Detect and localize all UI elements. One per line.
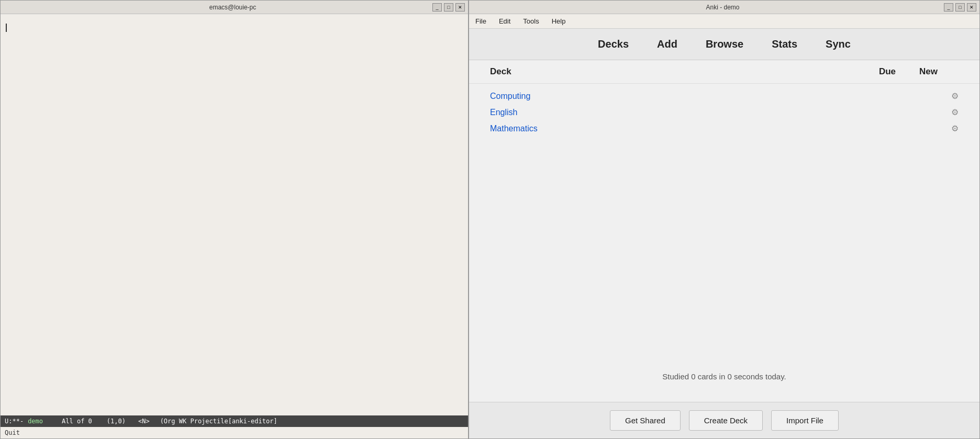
emacs-title: emacs@louie-pc (209, 4, 257, 11)
emacs-status-buffer: demo (28, 418, 43, 425)
deck-header: Deck Due New (469, 60, 979, 84)
emacs-window: emacs@louie-pc _ □ ✕ U:**- demo All of 0… (0, 0, 469, 439)
menu-file[interactable]: File (473, 16, 488, 26)
emacs-cursor (6, 24, 7, 32)
deck-col-due: Due (854, 66, 896, 77)
emacs-content (1, 14, 468, 415)
emacs-window-controls: _ □ ✕ (432, 3, 465, 12)
anki-title: Anki - demo (502, 4, 944, 11)
emacs-status-modeline: (Org WK Projectile[anki-editor] (160, 418, 277, 425)
emacs-bottom-bar: Quit (1, 427, 468, 438)
toolbar-decks[interactable]: Decks (592, 36, 635, 52)
anki-window: Anki - demo _ □ ✕ File Edit Tools Help D… (469, 0, 980, 439)
emacs-minimize-button[interactable]: _ (432, 3, 442, 12)
create-deck-button[interactable]: Create Deck (689, 410, 763, 431)
deck-name-english[interactable]: English (490, 108, 847, 117)
anki-window-controls: _ □ ✕ (944, 3, 976, 12)
get-shared-button[interactable]: Get Shared (610, 410, 681, 431)
deck-list: Computing ⚙ English ⚙ Mathematics ⚙ (469, 84, 979, 351)
table-row[interactable]: Computing ⚙ (469, 88, 979, 104)
deck-name-computing[interactable]: Computing (490, 92, 847, 101)
anki-main: Deck Due New Computing ⚙ English ⚙ Mathe… (469, 60, 979, 402)
toolbar-browse[interactable]: Browse (699, 36, 750, 52)
menu-help[interactable]: Help (550, 16, 568, 26)
emacs-titlebar: emacs@louie-pc _ □ ✕ (1, 1, 468, 14)
emacs-quit-label: Quit (5, 429, 20, 436)
anki-titlebar: Anki - demo _ □ ✕ (469, 1, 979, 14)
import-file-button[interactable]: Import File (771, 410, 839, 431)
emacs-status-linecol: (1,0) (107, 418, 126, 425)
table-row[interactable]: Mathematics ⚙ (469, 120, 979, 137)
deck-col-name: Deck (490, 66, 854, 77)
anki-close-button[interactable]: ✕ (967, 3, 976, 12)
menu-edit[interactable]: Edit (497, 16, 513, 26)
anki-footer: Get Shared Create Deck Import File (469, 402, 979, 438)
emacs-maximize-button[interactable]: □ (444, 3, 453, 12)
deck-col-new: New (896, 66, 938, 77)
menu-tools[interactable]: Tools (521, 16, 541, 26)
toolbar-sync[interactable]: Sync (819, 36, 857, 52)
emacs-status-position: All of 0 (62, 418, 92, 425)
gear-icon-computing[interactable]: ⚙ (951, 91, 959, 101)
emacs-close-button[interactable]: ✕ (455, 3, 465, 12)
emacs-statusbar: U:**- demo All of 0 (1,0) <N> (Org WK Pr… (1, 415, 468, 427)
anki-maximize-button[interactable]: □ (955, 3, 965, 12)
gear-icon-english[interactable]: ⚙ (951, 107, 959, 117)
anki-toolbar: Decks Add Browse Stats Sync (469, 29, 979, 60)
toolbar-stats[interactable]: Stats (765, 36, 804, 52)
deck-name-mathematics[interactable]: Mathematics (490, 124, 847, 133)
toolbar-add[interactable]: Add (651, 36, 684, 52)
anki-menubar: File Edit Tools Help (469, 14, 979, 29)
emacs-status-mode: U:**- (5, 418, 24, 425)
emacs-status-mode2: <N> (138, 418, 150, 425)
studied-text: Studied 0 cards in 0 seconds today. (469, 351, 979, 402)
table-row[interactable]: English ⚙ (469, 104, 979, 120)
gear-icon-mathematics[interactable]: ⚙ (951, 123, 959, 133)
anki-minimize-button[interactable]: _ (944, 3, 953, 12)
